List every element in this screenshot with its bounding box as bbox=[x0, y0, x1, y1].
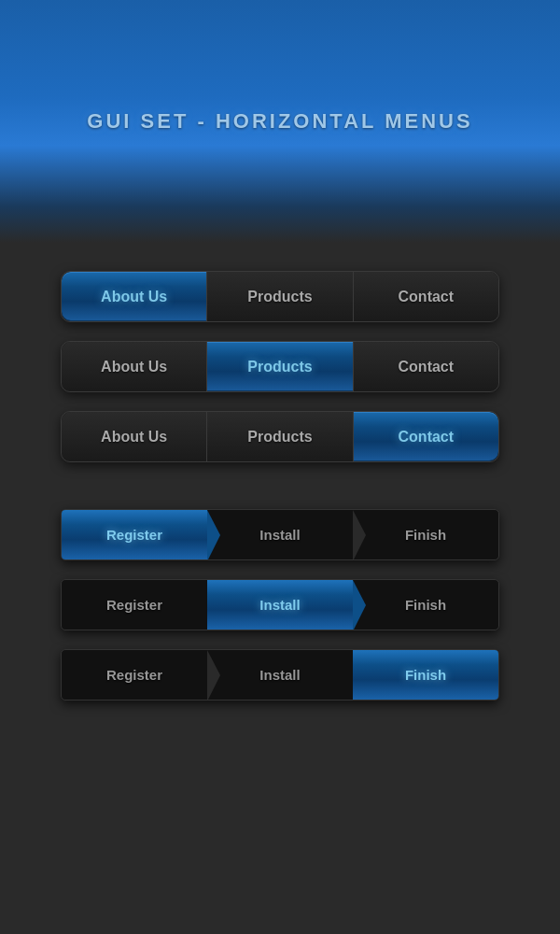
menu-btn-products-1[interactable]: Products bbox=[207, 272, 353, 321]
arrow-btn-finish-1[interactable]: Finish bbox=[353, 510, 498, 559]
arrow-btn-finish-2[interactable]: Finish bbox=[353, 580, 498, 630]
menu-btn-contact-2[interactable]: Contact bbox=[354, 342, 498, 391]
arrow-btn-register-1[interactable]: Register bbox=[62, 510, 207, 559]
menu-btn-contact-3[interactable]: Contact bbox=[354, 412, 498, 461]
arrow-btn-register-2[interactable]: Register bbox=[62, 580, 207, 630]
arrow-btn-register-3[interactable]: Register bbox=[62, 650, 207, 700]
menu-bar-3: About Us Products Contact bbox=[61, 411, 499, 462]
content-area: About Us Products Contact About Us Produ… bbox=[0, 243, 560, 729]
menu-btn-aboutus-2[interactable]: About Us bbox=[62, 342, 207, 391]
arrow-btn-finish-3[interactable]: Finish bbox=[353, 650, 498, 700]
page-title: GUI SET - HORIZONTAL MENUS bbox=[87, 109, 472, 134]
menu-bar-1: About Us Products Contact bbox=[61, 271, 499, 322]
menu-btn-aboutus-1[interactable]: About Us bbox=[62, 272, 207, 321]
menu-btn-aboutus-3[interactable]: About Us bbox=[62, 412, 207, 461]
menu-bar-2: About Us Products Contact bbox=[61, 341, 499, 392]
section-divider bbox=[61, 481, 499, 490]
header-section: GUI SET - HORIZONTAL MENUS bbox=[0, 0, 560, 243]
menu-btn-products-3[interactable]: Products bbox=[207, 412, 353, 461]
arrow-btn-install-3[interactable]: Install bbox=[207, 650, 353, 700]
arrow-bar-1: Register Install Finish bbox=[61, 509, 499, 560]
menu-btn-products-2[interactable]: Products bbox=[207, 342, 353, 391]
arrow-bar-3: Register Install Finish bbox=[61, 649, 499, 700]
arrow-btn-install-1[interactable]: Install bbox=[207, 510, 353, 559]
menu-btn-contact-1[interactable]: Contact bbox=[354, 272, 498, 321]
arrow-bar-2: Register Install Finish bbox=[61, 579, 499, 630]
arrow-btn-install-2[interactable]: Install bbox=[207, 580, 353, 630]
